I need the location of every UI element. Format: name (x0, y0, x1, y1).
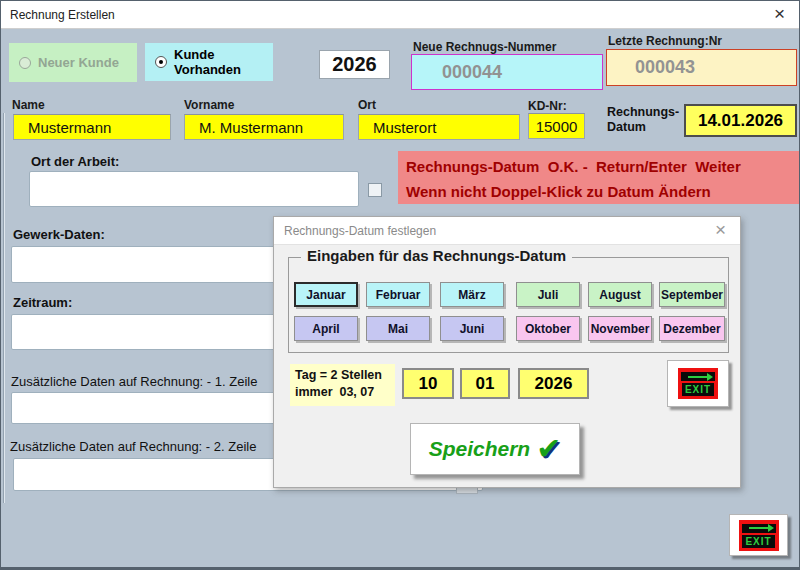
dialog-titlebar: Rechnungs-Datum festlegen × (274, 217, 740, 245)
groupbox-legend: Eingaben für das Rechnungs-Datum (301, 247, 572, 264)
main-exit-button[interactable]: EXIT (729, 514, 788, 556)
radio-existing-customer[interactable]: Kunde Vorhanden (145, 43, 273, 81)
exit-icon: EXIT (739, 520, 779, 551)
resize-handle (456, 487, 478, 494)
exit-icon: EXIT (678, 368, 718, 399)
zeitraum-label: Zeitraum: (13, 295, 72, 310)
window-close-icon[interactable]: × (774, 4, 785, 24)
vorname-label: Vorname (184, 98, 234, 112)
name-label: Name (12, 98, 45, 112)
date-dialog: Rechnungs-Datum festlegen × Eingaben für… (273, 216, 741, 488)
invoice-window: Rechnung Erstellen × Neuer Kunde Kunde V… (0, 0, 800, 570)
ort-label: Ort (358, 98, 376, 112)
day-format-note: Tag = 2 Stellen immer 03, 07 (290, 364, 395, 406)
radio-checked-icon (155, 56, 167, 68)
month-button-september[interactable]: September (659, 282, 725, 307)
ort-der-arbeit-input[interactable] (29, 171, 359, 207)
new-invoice-number-label: Neue Rechnugs-Nummer (413, 40, 556, 54)
month-button-mai[interactable]: Mai (366, 316, 430, 341)
name-field[interactable] (13, 114, 171, 140)
zusatz2-label: Zusätzliche Daten auf Rechnung: - 2. Zei… (10, 439, 256, 454)
year-display: 2026 (319, 50, 390, 79)
window-titlebar: Rechnung Erstellen × (1, 1, 799, 29)
dialog-close-icon[interactable]: × (715, 220, 726, 240)
ort-field[interactable] (358, 114, 520, 140)
window-title: Rechnung Erstellen (10, 8, 115, 22)
save-button[interactable]: Speichern ✔ (410, 423, 580, 475)
month-button-januar[interactable]: Januar (294, 282, 358, 307)
radio-new-customer[interactable]: Neuer Kunde (9, 43, 137, 82)
month-button-april[interactable]: April (294, 316, 358, 341)
ort-der-arbeit-label: Ort der Arbeit: (31, 154, 119, 169)
month-button-dezember[interactable]: Dezember (659, 316, 725, 341)
date-entry-groupbox: Eingaben für das Rechnungs-Datum Januar … (288, 257, 729, 353)
last-invoice-number-field[interactable] (606, 49, 797, 86)
date-checkbox[interactable] (368, 183, 382, 197)
month-button-juni[interactable]: Juni (440, 316, 504, 341)
radio-new-customer-label: Neuer Kunde (38, 55, 119, 70)
day-field[interactable] (402, 368, 454, 399)
kdnr-field[interactable] (528, 113, 585, 139)
exit-arrow-icon (681, 372, 715, 381)
invoice-date-field[interactable] (684, 104, 797, 137)
date-ok-banner: Rechnungs-Datum O.K. - Return/Enter Weit… (398, 151, 800, 204)
month-button-august[interactable]: August (588, 282, 652, 307)
radio-icon (19, 57, 31, 69)
save-button-label: Speichern (429, 437, 531, 461)
checkmark-icon: ✔ (536, 434, 561, 464)
month-field[interactable] (460, 368, 510, 399)
last-invoice-number-label: Letzte Rechnung:Nr (608, 34, 722, 48)
zusatz1-label: Zusätzliche Daten auf Rechnung: - 1. Zei… (11, 374, 257, 389)
year-field[interactable] (518, 368, 589, 399)
banner-line2: Wenn nicht Doppel-Klick zu Datum Ändern (406, 179, 800, 204)
month-button-november[interactable]: November (588, 316, 652, 341)
gewerk-label: Gewerk-Daten: (13, 227, 105, 242)
exit-arrow-icon (742, 524, 776, 533)
month-button-oktober[interactable]: Oktober (516, 316, 580, 341)
new-invoice-number-field[interactable] (411, 54, 603, 90)
month-button-juli[interactable]: Juli (516, 282, 580, 307)
vorname-field[interactable] (184, 114, 344, 140)
kdnr-label: KD-Nr: (528, 99, 567, 113)
month-button-maerz[interactable]: März (440, 282, 504, 307)
dialog-exit-button[interactable]: EXIT (667, 360, 729, 407)
invoice-date-label: Rechnungs- Datum (607, 105, 679, 135)
month-button-februar[interactable]: Februar (366, 282, 430, 307)
left-frame-divider (3, 113, 5, 503)
dialog-title: Rechnungs-Datum festlegen (284, 224, 436, 238)
radio-existing-customer-label: Kunde Vorhanden (174, 47, 273, 77)
banner-line1: Rechnungs-Datum O.K. - Return/Enter Weit… (406, 154, 800, 179)
